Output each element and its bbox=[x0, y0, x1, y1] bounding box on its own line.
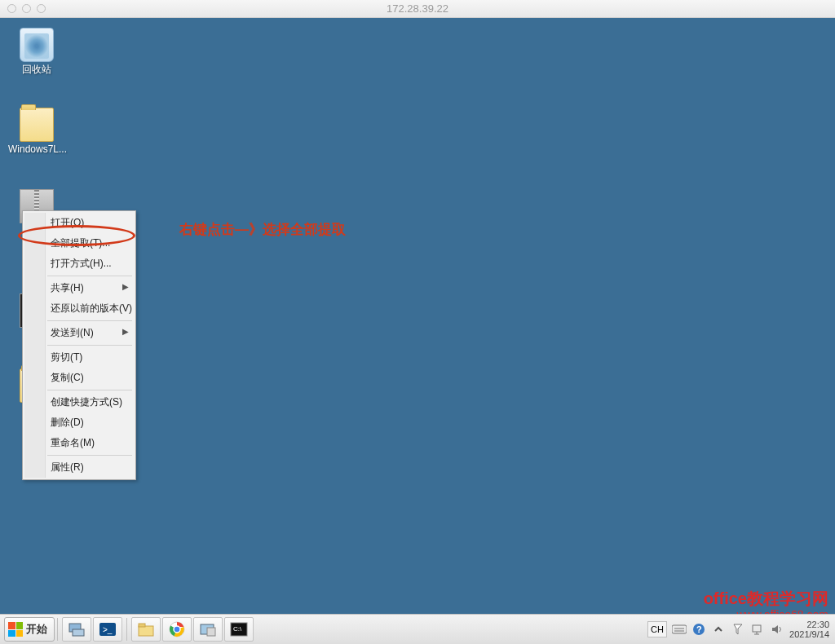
minimize-icon[interactable] bbox=[22, 4, 31, 13]
taskbar-explorer-button[interactable] bbox=[131, 617, 161, 642]
quick-launch: >_ bbox=[62, 617, 254, 642]
titlebar[interactable]: 172.28.39.22 bbox=[0, 0, 835, 18]
chrome-icon bbox=[169, 621, 185, 637]
maximize-icon[interactable] bbox=[37, 4, 46, 13]
server-icon bbox=[68, 621, 86, 637]
taskbar: 开始 >_ bbox=[0, 614, 835, 644]
menu-item-share[interactable]: 共享(H)▶ bbox=[24, 278, 134, 298]
app-icon bbox=[199, 621, 217, 637]
svg-rect-5 bbox=[139, 624, 145, 627]
menu-item-send-to[interactable]: 发送到(N)▶ bbox=[24, 323, 134, 343]
menu-item-open-with[interactable]: 打开方式(H)... bbox=[24, 254, 134, 274]
context-menu: 打开(O) 全部提取(T)... 打开方式(H)... 共享(H)▶ 还原以前的… bbox=[22, 210, 136, 480]
system-tray: CH ? 22: bbox=[647, 615, 832, 644]
svg-rect-1 bbox=[73, 629, 84, 636]
tray-help-icon[interactable]: ? bbox=[691, 622, 706, 637]
watermark-title: office教程学习网 bbox=[704, 588, 828, 610]
remote-desktop[interactable]: 回收站 Windows7L... BI... Win... 右键点击—》选择全部… bbox=[0, 18, 835, 644]
chevron-right-icon: ▶ bbox=[122, 327, 129, 336]
menu-separator bbox=[47, 455, 132, 456]
taskbar-separator bbox=[57, 618, 58, 641]
close-icon[interactable] bbox=[7, 4, 16, 13]
start-label: 开始 bbox=[26, 622, 47, 637]
taskbar-chrome-button[interactable] bbox=[162, 617, 192, 642]
tray-clock[interactable]: 22:30 2021/9/14 bbox=[789, 620, 829, 639]
cmd-icon: C:\ bbox=[230, 621, 248, 637]
menu-separator bbox=[47, 390, 132, 390]
menu-item-extract-all[interactable]: 全部提取(T)... bbox=[24, 233, 134, 254]
svg-point-7 bbox=[174, 626, 180, 633]
recycle-bin-icon bbox=[20, 28, 54, 62]
tray-volume-icon[interactable] bbox=[770, 622, 784, 637]
svg-text:>_: >_ bbox=[103, 625, 113, 634]
start-button[interactable]: 开始 bbox=[4, 617, 55, 642]
taskbar-cmd-button[interactable]: C:\ bbox=[224, 617, 254, 642]
mac-window: 172.28.39.22 回收站 Windows7L... BI... Win.… bbox=[0, 0, 835, 644]
tray-action-center-icon[interactable] bbox=[731, 622, 745, 637]
menu-separator bbox=[47, 345, 132, 346]
tray-chevron-up-icon[interactable] bbox=[711, 622, 726, 637]
windows-logo-icon bbox=[8, 622, 23, 637]
menu-separator bbox=[47, 276, 132, 276]
menu-item-restore-versions[interactable]: 还原以前的版本(V) bbox=[24, 298, 134, 319]
tray-keyboard-icon[interactable] bbox=[672, 622, 687, 637]
language-indicator[interactable]: CH bbox=[647, 621, 667, 637]
svg-text:?: ? bbox=[696, 624, 702, 634]
icon-label: 回收站 bbox=[8, 64, 65, 75]
menu-separator bbox=[47, 320, 132, 321]
menu-item-rename[interactable]: 重命名(M) bbox=[24, 433, 134, 453]
icon-label: Windows7L... bbox=[8, 143, 65, 155]
tray-network-icon[interactable] bbox=[750, 622, 765, 637]
desktop-icon-recycle-bin[interactable]: 回收站 bbox=[8, 28, 65, 75]
desktop-icon-folder[interactable]: Windows7L... bbox=[8, 108, 65, 155]
traffic-lights[interactable] bbox=[0, 4, 46, 13]
svg-rect-12 bbox=[672, 625, 687, 633]
svg-rect-17 bbox=[753, 625, 761, 632]
taskbar-servermanager-button[interactable] bbox=[62, 617, 91, 642]
powershell-icon: >_ bbox=[99, 621, 117, 637]
taskbar-powershell-button[interactable]: >_ bbox=[93, 617, 122, 642]
menu-item-open[interactable]: 打开(O) bbox=[24, 213, 134, 233]
taskbar-app-button[interactable] bbox=[193, 617, 223, 642]
explorer-icon bbox=[137, 621, 155, 637]
svg-rect-9 bbox=[207, 628, 215, 636]
taskbar-separator bbox=[126, 618, 127, 641]
menu-item-cut[interactable]: 剪切(T) bbox=[24, 347, 134, 368]
menu-item-create-shortcut[interactable]: 创建快捷方式(S) bbox=[24, 392, 134, 412]
folder-icon bbox=[20, 108, 54, 142]
tray-time-text: 22:30 bbox=[789, 620, 829, 629]
tray-date-text: 2021/9/14 bbox=[789, 629, 829, 639]
svg-text:C:\: C:\ bbox=[233, 625, 242, 633]
menu-item-copy[interactable]: 复制(C) bbox=[24, 368, 134, 388]
chevron-right-icon: ▶ bbox=[122, 282, 129, 291]
window-title: 172.28.39.22 bbox=[0, 2, 835, 15]
svg-rect-4 bbox=[139, 626, 153, 636]
menu-item-delete[interactable]: 删除(D) bbox=[24, 412, 134, 433]
menu-item-properties[interactable]: 属性(R) bbox=[24, 457, 134, 478]
annotation-text: 右键点击—》选择全部提取 bbox=[179, 220, 346, 239]
